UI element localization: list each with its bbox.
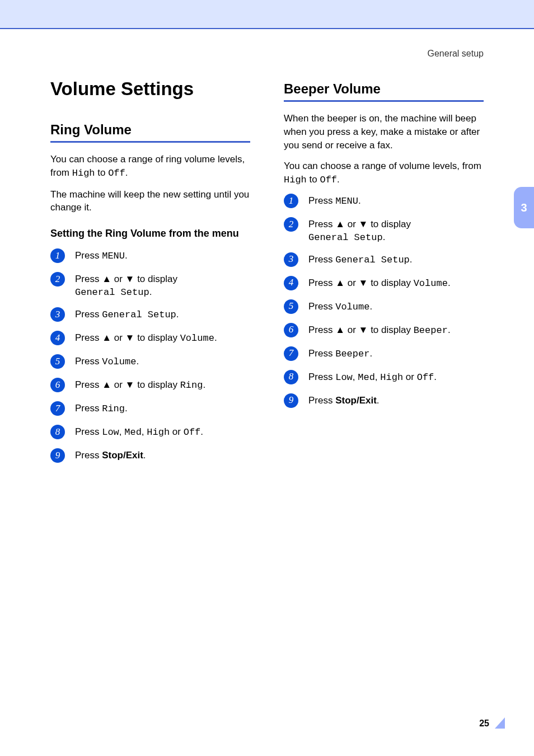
bold-stop-exit: Stop/Exit [335, 395, 377, 406]
text: Press [308, 301, 335, 312]
step-8: 8 Press Low, Med, High or Off. [284, 371, 484, 386]
code-volume: Volume [102, 356, 136, 367]
code-off: Off [108, 168, 125, 179]
page-corner-icon [495, 717, 505, 729]
text: Press [75, 426, 102, 437]
text: . [383, 232, 386, 242]
step-2: 2 Press ▲ or ▼ to display General Setup. [50, 273, 250, 299]
code-general-setup: General Setup [308, 232, 383, 243]
code-off: Off [320, 175, 337, 185]
text: . [358, 195, 361, 206]
step-number-icon: 8 [284, 370, 298, 384]
down-arrow-icon: ▼ [125, 332, 135, 343]
step-1: 1 Press MENU. [284, 195, 484, 209]
text: or [111, 332, 125, 343]
text: . [214, 332, 217, 343]
code-high: High [147, 427, 170, 438]
text: . [143, 450, 146, 461]
page-number-area: 25 [479, 717, 505, 729]
text: or [403, 372, 417, 382]
code-high: High [380, 372, 403, 383]
code-ring: Ring [180, 380, 203, 391]
code-volume: Volume [335, 302, 369, 312]
text: to display [368, 219, 411, 229]
step-number-icon: 4 [50, 331, 65, 345]
step-8: 8 Press Low, Med, High or Off. [50, 426, 250, 440]
code-ring: Ring [102, 403, 125, 414]
step-6: 6 Press ▲ or ▼ to display Ring. [50, 379, 250, 393]
step-3: 3 Press General Setup. [50, 308, 250, 323]
text: to display [134, 332, 180, 343]
text: . [125, 250, 128, 261]
text: , [142, 426, 147, 437]
top-header-band [0, 0, 534, 29]
text: Press [308, 254, 335, 265]
text: . [377, 395, 380, 406]
step-number-icon: 5 [284, 299, 298, 314]
text: Press [308, 195, 335, 206]
code-menu: MENU [335, 196, 358, 206]
beeper-steps-list: 1 Press MENU. 2 Press ▲ or ▼ to display … [284, 195, 484, 409]
down-arrow-icon: ▼ [125, 379, 135, 390]
step-number-icon: 6 [50, 378, 65, 392]
bold-stop-exit: Stop/Exit [102, 450, 143, 461]
text: Press [75, 332, 102, 343]
page-number: 25 [479, 719, 489, 729]
ring-paragraph-2: The machine will keep the new setting un… [50, 188, 250, 215]
up-arrow-icon: ▲ [102, 274, 111, 284]
text: to display [134, 379, 180, 390]
text: Press [75, 309, 102, 320]
step-number-icon: 4 [284, 276, 298, 290]
text: , [375, 372, 380, 382]
code-med: Med [358, 372, 375, 383]
code-off: Off [417, 372, 434, 383]
step-number-icon: 1 [50, 248, 65, 263]
page-body: General setup 3 Volume Settings Ring Vol… [0, 29, 534, 756]
code-volume: Volume [414, 278, 448, 289]
text: , [353, 372, 358, 382]
code-general-setup: General Setup [102, 309, 176, 320]
text: . [369, 301, 372, 312]
text: . [448, 278, 451, 288]
step-number-icon: 9 [284, 393, 298, 408]
step-4: 4 Press ▲ or ▼ to display Volume. [50, 332, 250, 346]
beeper-paragraph-1: When the beeper is on, the machine will … [284, 112, 484, 152]
step-number-icon: 2 [284, 217, 298, 232]
up-arrow-icon: ▲ [102, 332, 111, 343]
down-arrow-icon: ▼ [125, 274, 135, 284]
text: Press [75, 379, 102, 390]
step-number-icon: 6 [284, 323, 298, 337]
text: , [119, 426, 124, 437]
section-heading-beeper: Beeper Volume [284, 81, 484, 97]
code-high: High [72, 168, 95, 179]
down-arrow-icon: ▼ [359, 325, 368, 335]
text: to display [368, 278, 413, 288]
text: to [307, 174, 320, 185]
step-number-icon: 5 [50, 354, 65, 369]
text: Press [75, 450, 102, 461]
text: . [125, 403, 128, 414]
chapter-tab: 3 [514, 187, 534, 228]
text: You can choose a range of volume levels,… [284, 161, 481, 171]
heading-rule [284, 100, 484, 102]
step-number-icon: 7 [50, 401, 65, 416]
beeper-paragraph-2: You can choose a range of volume levels,… [284, 159, 484, 187]
text: or [345, 278, 359, 288]
text: Press [75, 274, 102, 284]
text: Press [308, 219, 335, 229]
text: or [345, 219, 359, 229]
text: . [149, 287, 152, 297]
step-9: 9 Press Stop/Exit. [284, 395, 484, 409]
text: Press [308, 395, 335, 406]
heading-rule [50, 141, 250, 143]
up-arrow-icon: ▲ [335, 278, 345, 288]
text: Press [308, 348, 335, 359]
step-number-icon: 9 [50, 448, 65, 463]
step-3: 3 Press General Setup. [284, 253, 484, 268]
step-number-icon: 8 [50, 425, 65, 439]
code-low: Low [102, 427, 119, 438]
page-title: Volume Settings [50, 78, 250, 100]
code-general-setup: General Setup [75, 287, 149, 298]
step-number-icon: 2 [50, 272, 65, 287]
step-number-icon: 1 [284, 194, 298, 208]
